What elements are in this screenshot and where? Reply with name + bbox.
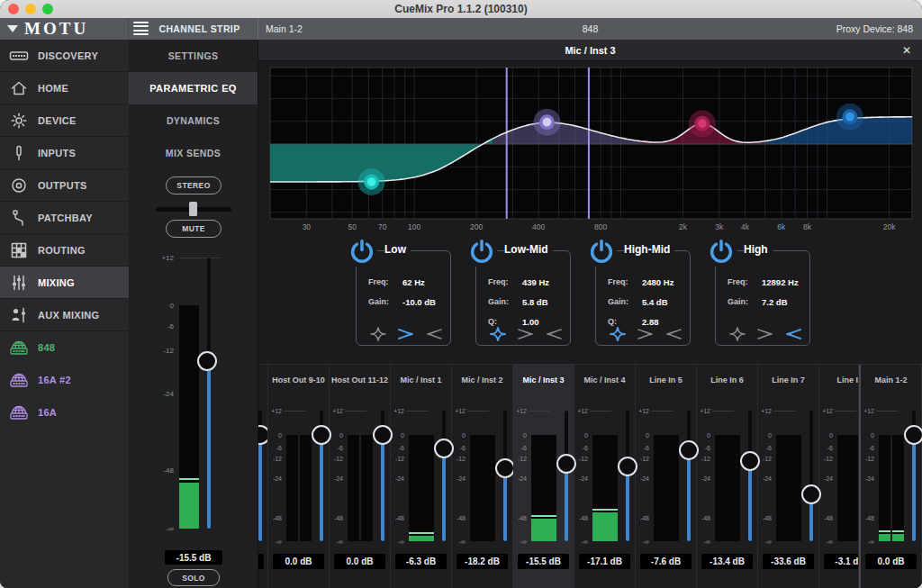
close-window-button[interactable] [8, 4, 19, 14]
sidebar-item-outputs[interactable]: OUTPUTS [0, 169, 129, 202]
eq-graph[interactable]: 3050701002004008002k3k4k6k8k20k [258, 61, 922, 238]
eq-curve-plot[interactable]: 3050701002004008002k3k4k6k8k20k [258, 61, 922, 238]
hamburger-menu-icon[interactable] [133, 22, 149, 35]
freq-value[interactable]: 439 Hz [522, 277, 549, 287]
gain-readout[interactable]: -7.6 dB [640, 554, 692, 569]
mixer-strip-host-out-9-10[interactable]: Host Out 9-10 +120-6-12-24-48-∞ 0.0 dB [268, 365, 330, 588]
fader-knob[interactable] [904, 425, 922, 445]
fader-knob[interactable] [495, 458, 515, 478]
gain-row: Gain: 5.4 dB [608, 292, 673, 312]
power-icon[interactable] [347, 236, 377, 267]
fader-knob[interactable] [312, 425, 331, 445]
power-icon[interactable] [466, 236, 497, 267]
sidebar-item-label: OUTPUTS [38, 180, 87, 191]
sidebar-item-mixing[interactable]: MIXING [0, 267, 129, 299]
strip-scale-label: 0 [268, 432, 282, 439]
freq-value[interactable]: 2480 Hz [642, 277, 673, 287]
bell-filter-icon[interactable] [728, 326, 747, 342]
bell-filter-icon[interactable] [368, 326, 388, 342]
sidebar-item-device[interactable]: DEVICE [0, 104, 129, 137]
stereo-button[interactable]: STEREO [166, 176, 221, 194]
low-shelf-filter-icon[interactable] [636, 326, 655, 342]
eq-band-name: High [744, 243, 773, 256]
gain-readout[interactable]: -15.5 dB [518, 554, 569, 569]
low-shelf-filter-icon[interactable] [516, 326, 536, 342]
tab-mix-sends[interactable]: MIX SENDS [129, 137, 258, 169]
sidebar-item-aux-mixing[interactable]: AUX MIXING [0, 299, 129, 331]
sidebar-item-discovery[interactable]: DISCOVERY [0, 40, 129, 72]
bell-filter-icon[interactable] [488, 326, 508, 342]
gain-readout[interactable]: -17.1 dB [579, 554, 630, 569]
high-shelf-filter-icon[interactable] [783, 326, 803, 342]
sidebar-item-label: PATCHBAY [38, 213, 93, 223]
high-shelf-filter-icon[interactable] [424, 326, 444, 342]
mixer-strip-line-in-7[interactable]: Line In 7 +120-6-12-24-48-∞ -33.6 dB [758, 365, 819, 588]
gain-readout[interactable]: -15.5 dB [165, 550, 222, 565]
fader-knob[interactable] [197, 351, 217, 371]
gain-value[interactable]: 7.2 dB [762, 297, 788, 307]
sidebar-item-home[interactable]: HOME [0, 72, 129, 104]
power-icon[interactable] [586, 236, 617, 267]
sidebar-item-patchbay[interactable]: PATCHBAY [0, 202, 129, 234]
gain-readout[interactable]: 0.0 dB [273, 554, 324, 569]
pan-slider-handle[interactable] [189, 202, 197, 216]
gain-readout[interactable]: 0.0 dB [334, 554, 385, 569]
low-shelf-filter-icon[interactable] [755, 326, 775, 342]
gain-readout[interactable]: -6.3 dB [395, 554, 447, 569]
gain-readout[interactable]: 0.0 dB [865, 554, 917, 569]
tab-settings[interactable]: SETTINGS [129, 40, 258, 72]
mixer-strip-line-in[interactable]: Line In +120-6-12-24-48-∞ -3.1 dB [819, 365, 859, 588]
fader-knob[interactable] [434, 439, 454, 458]
low-shelf-filter-icon[interactable] [396, 326, 416, 342]
gain-readout[interactable]: -13.4 dB [701, 554, 753, 569]
fader-knob[interactable] [801, 484, 821, 504]
power-icon[interactable] [706, 236, 737, 267]
high-shelf-filter-icon[interactable] [664, 326, 683, 342]
freq-value[interactable]: 62 Hz [402, 277, 425, 287]
q-value[interactable]: 1.00 [522, 317, 539, 327]
fader-knob[interactable] [556, 454, 576, 474]
sidebar-item-routing[interactable]: ROUTING [0, 234, 129, 267]
mixer-strip-mic-inst-1[interactable]: Mic / Inst 1 +120-6-12-24-48-∞ -6.3 dB [391, 365, 452, 588]
fader-knob[interactable] [679, 440, 699, 460]
gain-value[interactable]: 5.8 dB [522, 297, 548, 307]
strip-scale-label: -∞ [268, 538, 282, 545]
mixer-strip-mic-inst-2[interactable]: Mic / Inst 2 +120-6-12-24-48-∞ -18.2 dB [452, 365, 513, 588]
sidebar-item-label: MIXING [38, 277, 75, 288]
gain-readout[interactable]: -18.2 dB [456, 554, 508, 569]
brand-triangle-icon[interactable] [7, 25, 18, 32]
clipped-mixer-strip[interactable]: Line In +120-6-12-24-48-∞ -3.1 dB [819, 365, 859, 588]
sidebar-device-16a-2[interactable]: 16A #2 [0, 364, 129, 396]
gain-value[interactable]: 5.4 dB [642, 297, 668, 307]
mute-button[interactable]: MUTE [166, 220, 221, 238]
fader-knob[interactable] [740, 451, 760, 471]
sidebar-item-inputs[interactable]: INPUTS [0, 137, 129, 169]
fader-knob[interactable] [618, 457, 637, 476]
gain-readout[interactable]: -33.6 dB [763, 554, 814, 569]
mixer-strip-mic-inst-3[interactable]: Mic / Inst 3 +120-6-12-24-48-∞ -15.5 dB [513, 365, 574, 588]
strip-scale-label: -12 [636, 456, 649, 462]
q-value[interactable]: 2.88 [642, 317, 659, 327]
app-window: CueMix Pro 1.1.2 (100310) MOTU CHANNEL S… [0, 0, 922, 588]
freq-value[interactable]: 12892 Hz [762, 277, 799, 287]
strip-name: Host Out 11-12 [330, 375, 390, 384]
tab-dynamics[interactable]: DYNAMICS [129, 104, 258, 137]
gain-readout[interactable]: -3.1 dB [824, 554, 859, 569]
close-icon[interactable]: ✕ [899, 40, 915, 61]
mixer-strip-host-out-11-12[interactable]: Host Out 11-12 +120-6-12-24-48-∞ 0.0 dB [330, 365, 391, 588]
mixer-strip-main-1-2[interactable]: Main 1-2 +120-6-12-24-48-∞ 0.0 dB [859, 365, 922, 588]
tab-parametric-eq[interactable]: PARAMETRIC EQ [129, 72, 258, 104]
freq-axis-label: 8k [803, 222, 812, 231]
solo-button[interactable]: SOLO [167, 569, 220, 586]
mixer-strip-line-in-6[interactable]: Line In 6 +120-6-12-24-48-∞ -13.4 dB [697, 365, 758, 588]
zoom-window-button[interactable] [42, 4, 53, 14]
sidebar-device-848[interactable]: 848 [0, 331, 129, 364]
fader-knob[interactable] [373, 425, 393, 445]
sidebar-device-16a[interactable]: 16A [0, 396, 129, 429]
gain-value[interactable]: -10.0 dB [402, 297, 436, 307]
bell-filter-icon[interactable] [608, 326, 628, 342]
minimize-window-button[interactable] [25, 4, 36, 14]
mixer-strip-line-in-5[interactable]: Line In 5 +120-6-12-24-48-∞ -7.6 dB [636, 365, 697, 588]
mixer-strip-mic-inst-4[interactable]: Mic / Inst 4 +120-6-12-24-48-∞ -17.1 dB [574, 365, 636, 588]
high-shelf-filter-icon[interactable] [544, 326, 564, 342]
